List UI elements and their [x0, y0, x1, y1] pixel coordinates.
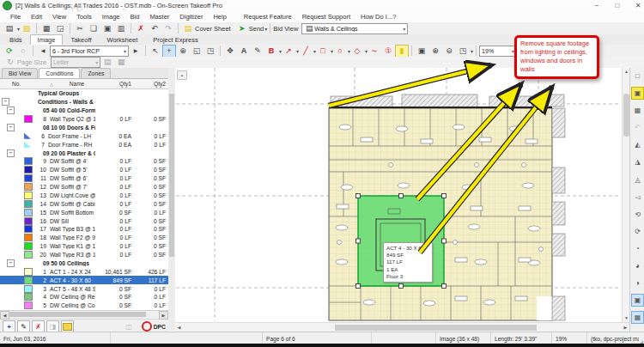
column-qty2[interactable]: Qty2	[131, 81, 168, 87]
image-tool-button[interactable]: ◕	[631, 259, 644, 272]
condition-row[interactable]: 12 DW Soffit @ 7' 0 LF 0 SF	[0, 183, 168, 192]
condition-row[interactable]: − 08 10 00 Doors & Frames	[0, 124, 168, 132]
condition-row[interactable]: 15 DW Soffit Bottom 0 SF 0 LF	[0, 208, 168, 216]
condition-row[interactable]: 13 DW Light Cove @ Restro... 0 LF 0 SF	[0, 192, 168, 200]
highlighter-button[interactable]: ▮	[395, 45, 409, 58]
next-page-button[interactable]: ▶	[129, 45, 143, 58]
condition-row[interactable]: 19 Wall Type K1 @ 10' 0 LF 0 SF	[0, 242, 168, 251]
view-tab[interactable]: Takeoff	[63, 34, 99, 46]
expander-icon[interactable]: −	[7, 259, 15, 267]
stamp-button[interactable]: ◫	[124, 321, 135, 332]
send-caret-icon[interactable]: ▾	[264, 26, 267, 32]
ellipse-annotation-button[interactable]: ○	[333, 45, 347, 58]
image-tool-button[interactable]: ◭	[631, 138, 644, 151]
menu-item[interactable]: Request Feature	[239, 13, 297, 21]
image-tool-button[interactable]: □	[631, 70, 644, 82]
polygon-annotation-button[interactable]: ◇	[350, 45, 364, 58]
delete-button[interactable]: ✗	[134, 22, 148, 35]
panel-vertical-scroll-thumb[interactable]	[169, 94, 174, 257]
menu-item[interactable]: Help	[208, 13, 231, 21]
panel-horizontal-scrollbar[interactable]: ◀ ▶	[0, 310, 168, 319]
condition-row[interactable]: − 09 20 00 Plaster & Gypsum Board	[0, 149, 168, 157]
zoom-out-button[interactable]: ⊖	[442, 45, 456, 58]
annotation-note[interactable]: Remove square footage from lighting in c…	[514, 35, 599, 79]
open-button[interactable]: ▧	[20, 22, 33, 35]
sort-icon[interactable]: △	[50, 82, 58, 87]
condition-row[interactable]: 1 ACT 1 - 24 X 24 10,461 SF 426 LF	[0, 267, 168, 276]
cover-sheet-button[interactable]: Cover Sheet	[195, 25, 231, 33]
condition-row[interactable]: 11 DW Soffit @ 6' 0 LF 0 SF	[0, 174, 168, 183]
menu-item[interactable]: Master	[144, 13, 174, 21]
condition-row[interactable]: 9 DW Soffit @ 4' 0 LF 0 SF	[0, 157, 168, 166]
previous-page-button[interactable]: ◀	[36, 45, 50, 58]
condition-row[interactable]: − 09 50 00 Ceilings	[0, 259, 168, 268]
image-tool-button[interactable]: ▦	[631, 311, 644, 324]
add-condition-button[interactable]: +	[3, 320, 15, 332]
condition-row[interactable]: 5 DW Ceiling @ Corridor 0 SF 0 LF	[0, 301, 168, 310]
column-qty1[interactable]: Qty1	[95, 81, 131, 87]
maximize-button[interactable]: □	[608, 0, 627, 11]
paste-button[interactable]: ▣	[100, 22, 114, 35]
pencil-annotation-button[interactable]: ✎	[251, 45, 264, 58]
print-preview-button[interactable]: ◲	[53, 22, 67, 35]
condition-row[interactable]: 8 Wall Type Q2 @ 13' 0 LF 0 SF	[0, 115, 168, 124]
print-button[interactable]: ▦	[39, 22, 53, 35]
scroll-left-icon[interactable]: ◀	[175, 324, 183, 332]
image-tool-button[interactable]: ▣	[631, 294, 644, 307]
image-tool-button[interactable]: ▦	[631, 104, 644, 117]
zoom-level-select[interactable]: 19% ▾	[479, 46, 517, 57]
zoom-caret-icon[interactable]: ▾	[471, 48, 473, 54]
expander-icon[interactable]: −	[7, 107, 15, 114]
crosshair-tool-button[interactable]: +	[162, 45, 176, 58]
panel-tab[interactable]: Zones	[81, 68, 111, 78]
close-button[interactable]: ✕	[629, 0, 644, 11]
drawing-canvas[interactable]	[175, 68, 622, 322]
rectangle-annotation-button[interactable]: □	[316, 45, 330, 58]
zoom-select-button[interactable]: ◳	[456, 45, 470, 58]
pointer-tool-button[interactable]: ↖	[149, 45, 162, 58]
condition-row[interactable]: − 05 40 00 Cold-Formed Metal Framing	[0, 107, 168, 115]
send-button[interactable]: Send	[249, 25, 264, 33]
bold-annotation-button[interactable]: B	[264, 45, 278, 58]
image-tool-button[interactable]: ◅	[631, 191, 644, 204]
menu-item[interactable]: File	[5, 13, 26, 21]
panel-scroll-thumb[interactable]	[9, 312, 146, 317]
scroll-right-icon[interactable]: ▶	[159, 311, 168, 320]
condition-row[interactable]: 10 DW Soffit @ 5' 0 LF 0 SF	[0, 166, 168, 174]
page-selector[interactable]: 6 - 3rd Floor RCP ▾	[50, 46, 129, 57]
zoom-page-button[interactable]: ◱	[190, 45, 204, 58]
condition-row[interactable]: 14 DW Soffit @ Cabinet 0 LF 0 SF	[0, 199, 168, 208]
move-annotation-button[interactable]: ✥	[223, 45, 237, 58]
line-annotation-button[interactable]: ╱	[299, 45, 313, 58]
menu-item[interactable]: How Do I...?	[355, 13, 401, 21]
condition-row[interactable]: 18 Wall Type F2 @ 9' 0 LF 0 SF	[0, 234, 168, 242]
image-tool-button[interactable]: ⟳	[631, 225, 644, 238]
condition-row[interactable]: 17 Wall Type B3 @ 13' 0 LF 0 SF	[0, 225, 168, 234]
condition-row[interactable]: 20 Wall Type R3 @ 13' 0 LF 0 SF	[0, 251, 168, 259]
number-annotation-button[interactable]: ①	[381, 45, 395, 58]
redo-button[interactable]: ↷	[161, 22, 175, 35]
menu-item[interactable]: Request Support	[297, 13, 355, 21]
minimize-button[interactable]: −	[587, 0, 606, 11]
copy-button[interactable]: ❏	[87, 22, 100, 35]
image-tool-button[interactable]: ↶	[631, 121, 644, 134]
image-tool-button[interactable]: ◬	[631, 174, 644, 186]
column-no[interactable]: No.	[0, 81, 50, 87]
zoom-in-button[interactable]: ⊕	[428, 45, 442, 58]
folder-button[interactable]	[61, 320, 74, 332]
freehand-annotation-button[interactable]: ∼	[368, 45, 381, 58]
condition-row[interactable]: 3 ACT 5 - 48 X 48 Sloped 0 SF 0 LF	[0, 284, 168, 293]
delete-condition-button[interactable]: ✗	[32, 320, 45, 332]
condition-row[interactable]: 4 DW Ceiling @ Restroom 0 SF 0 LF	[0, 293, 168, 301]
new-document-button[interactable]: ▤	[3, 22, 16, 35]
expander-icon[interactable]: −	[2, 98, 9, 106]
menu-item[interactable]: View	[47, 13, 71, 21]
menu-item[interactable]: Bid	[125, 13, 145, 21]
zoom-area-button[interactable]: ◳	[204, 45, 217, 58]
condition-row[interactable]: 16 DW Sill 0 LF 0 SF	[0, 216, 168, 225]
cut-button[interactable]: ✂	[73, 22, 87, 35]
undo-button[interactable]: ↶	[148, 22, 161, 35]
condition-row[interactable]: 2 ACT 4 - 30 X 60 849 SF 117 LF	[0, 276, 168, 284]
zoom-fit-button[interactable]: ▣	[415, 45, 428, 58]
panel-tab[interactable]: Bid View	[2, 68, 38, 78]
